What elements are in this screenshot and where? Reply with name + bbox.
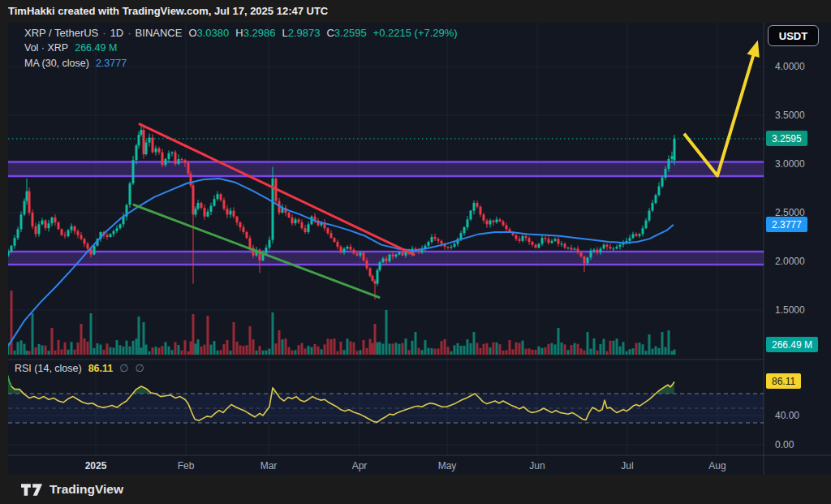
interval-label: 1D — [110, 27, 124, 39]
open-label: O — [188, 27, 196, 39]
price-axis-tick: 2.0000 — [775, 256, 805, 267]
last-price-badge: 3.2595 — [766, 131, 807, 146]
attribution-bar: TimHakki created with TradingView.com, J… — [0, 0, 831, 23]
separator: · — [102, 27, 105, 39]
legend-ma-row[interactable]: MA (30, close)2.3777 — [24, 56, 458, 71]
currency-toggle-button[interactable]: USDT — [768, 25, 819, 46]
volume-label: Vol · XRP — [24, 42, 68, 54]
legend-volume-row[interactable]: Vol · XRP266.49 M — [24, 41, 458, 56]
tradingview-chart-screenshot: TimHakki created with TradingView.com, J… — [0, 0, 831, 504]
high-value: 3.2986 — [243, 27, 276, 39]
chart-canvas[interactable] — [0, 23, 831, 475]
rsi-legend-row[interactable]: RSI (14, close)86.11∅∅ — [15, 362, 144, 374]
tradingview-logo-icon[interactable] — [21, 484, 42, 496]
high-label: H — [235, 27, 243, 39]
time-axis-label: Jun — [529, 460, 545, 472]
rsi-axis-tick: 0.00 — [775, 439, 794, 450]
time-axis-label: Feb — [178, 460, 195, 472]
ma-value: 2.3777 — [96, 58, 127, 69]
empty-set-icon: ∅ — [136, 362, 144, 374]
exchange-label: BINANCE — [136, 27, 183, 39]
low-value: 2.9873 — [288, 27, 321, 39]
price-axis-tick: 1.5000 — [775, 304, 805, 316]
rsi-value: 86.11 — [88, 363, 114, 374]
low-label: L — [282, 27, 287, 39]
price-axis-tick: 3.0000 — [775, 158, 805, 170]
chart-pane[interactable]: XRP / TetherUS·1D·BINANCEO3.0380H3.2986L… — [0, 23, 831, 475]
symbol-name: XRP / TetherUS — [24, 27, 98, 39]
time-axis-label: 2025 — [85, 460, 107, 472]
legend-symbol-row[interactable]: XRP / TetherUS·1D·BINANCEO3.0380H3.2986L… — [24, 25, 458, 41]
tradingview-wordmark[interactable]: TradingView — [50, 482, 123, 497]
legend: XRP / TetherUS·1D·BINANCEO3.0380H3.2986L… — [24, 25, 458, 71]
rsi-axis-tick: 40.00 — [775, 410, 799, 421]
rsi-value-badge: 86.11 — [766, 373, 801, 389]
attribution-text: TimHakki created with TradingView.com, J… — [8, 5, 328, 17]
ma-value-badge: 2.3777 — [766, 217, 807, 232]
price-axis-tick: 4.0000 — [775, 61, 805, 72]
time-axis-label: Mar — [260, 460, 278, 472]
footer-bar: TradingView — [0, 475, 831, 504]
empty-set-icon: ∅ — [119, 362, 128, 374]
separator: · — [127, 27, 131, 39]
price-axis-tick: 3.5000 — [775, 110, 805, 121]
left-margin — [0, 23, 8, 475]
rsi-label: RSI (14, close) — [15, 363, 82, 374]
volume-badge: 266.49 M — [766, 337, 818, 352]
time-axis-label: Jul — [621, 460, 633, 472]
close-label: C — [326, 27, 334, 39]
ma-label: MA (30, close) — [24, 58, 89, 69]
change-value: +0.2215 (+7.29%) — [373, 27, 458, 39]
time-axis-label: Apr — [352, 460, 368, 472]
volume-value: 266.49 M — [75, 42, 117, 54]
open-value: 3.0380 — [197, 27, 230, 39]
time-axis-label: May — [438, 460, 457, 472]
time-axis-label: Aug — [708, 460, 726, 472]
close-value: 3.2595 — [334, 27, 367, 39]
